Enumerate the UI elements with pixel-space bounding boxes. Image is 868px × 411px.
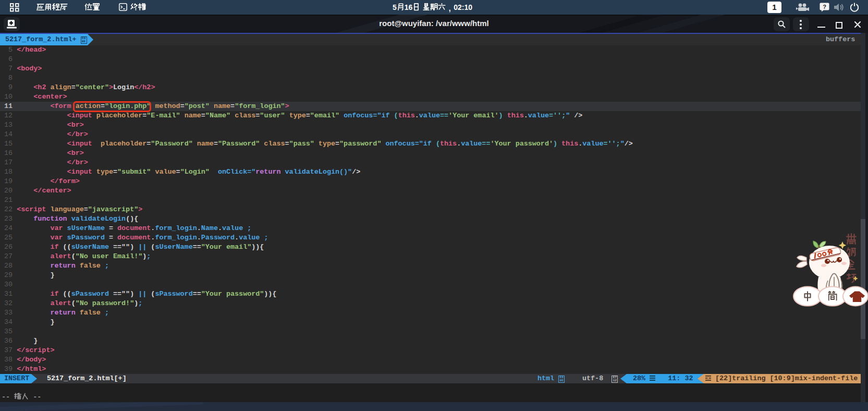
svg-text:?: ? (823, 4, 826, 10)
